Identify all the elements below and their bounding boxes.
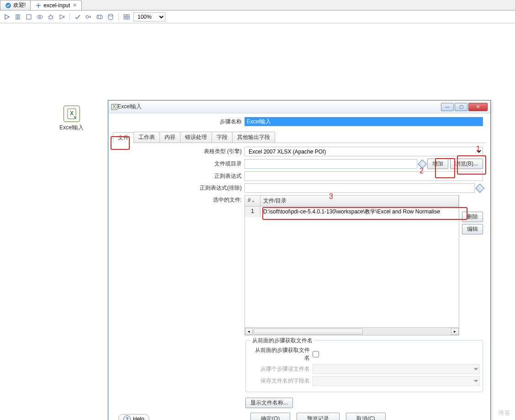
tab-sheets[interactable]: 工作表 <box>133 132 160 143</box>
toolbar-separator <box>118 13 119 21</box>
sheet-type-select[interactable]: Excel 2007 XLSX (Apache POI) <box>244 147 483 156</box>
scroll-right-icon[interactable]: ▸ <box>451 328 459 335</box>
preview-icon[interactable] <box>36 13 44 21</box>
add-button[interactable]: 增加 <box>427 159 448 169</box>
edit-button[interactable]: 编辑 <box>462 224 483 234</box>
watermark: 博客 <box>498 409 510 417</box>
preview-button[interactable]: 预览记录 <box>297 413 340 420</box>
explore-db-icon[interactable] <box>106 13 115 21</box>
file-or-dir-input[interactable] <box>244 159 417 169</box>
accept-filenames-checkbox[interactable] <box>313 351 319 357</box>
svg-rect-12 <box>127 15 129 16</box>
accept-from-previous-fieldset: 从前面的步骤获取文件名 从前面的步骤获取文件名 从哪个步骤读文件名 <box>245 340 483 392</box>
svg-point-6 <box>39 16 41 18</box>
canvas: X Excel输入 X Excel输入 — ▢ ✕ 步骤名称 文件 工作表 内容… <box>0 23 515 420</box>
toolbar: 100% <box>0 11 515 23</box>
ok-button[interactable]: 确定(O) <box>250 413 290 420</box>
regex-label: 正则表达式 <box>113 172 242 180</box>
step-name-input[interactable] <box>244 117 483 126</box>
tab-welcome-label: 欢迎! <box>13 1 26 9</box>
dialog-tabs: 文件 工作表 内容 错误处理 字段 其他输出字段 <box>113 132 486 143</box>
accept-filenames-label: 从前面的步骤获取文件名 <box>250 346 310 362</box>
excel-file-icon: X <box>67 108 77 119</box>
row-path: D:\soft\tool\pdi-ce-5.4.0.1-130\workspac… <box>260 207 459 217</box>
filename-field-label: 保存文件名的字段名 <box>250 377 310 385</box>
step-name-label: 步骤名称 <box>113 118 242 126</box>
col-num[interactable]: #▴ <box>245 196 260 206</box>
from-step-label: 从哪个步骤读文件名 <box>250 365 310 373</box>
svg-rect-3 <box>18 15 20 19</box>
svg-rect-11 <box>124 15 126 16</box>
step-label: Excel输入 <box>59 124 84 132</box>
editor-tabs: 欢迎! excel-input ✕ <box>0 0 515 11</box>
svg-rect-13 <box>124 17 126 19</box>
row-num: 1 <box>245 207 260 217</box>
regex-input[interactable] <box>244 171 483 181</box>
filename-field-select <box>313 376 480 386</box>
col-file-dir[interactable]: 文件/目录 <box>260 196 459 206</box>
variable-icon[interactable] <box>475 184 484 193</box>
excel-input-dialog: X Excel输入 — ▢ ✕ 步骤名称 文件 工作表 内容 错误处理 字段 其… <box>108 100 491 420</box>
browse-button[interactable]: 浏览(B)... <box>450 159 483 169</box>
impact-icon[interactable] <box>85 13 93 21</box>
sheet-type-label: 表格类型 (引擎) <box>113 148 242 155</box>
tab-close-icon[interactable]: ✕ <box>73 2 77 8</box>
svg-text:X: X <box>70 110 74 117</box>
pause-icon[interactable] <box>14 13 22 21</box>
scroll-thumb[interactable] <box>254 329 363 335</box>
scroll-left-icon[interactable]: ◂ <box>245 328 253 335</box>
tab-error[interactable]: 错误处理 <box>180 132 212 143</box>
from-step-select <box>313 364 480 374</box>
tab-content[interactable]: 内容 <box>159 132 181 143</box>
svg-point-7 <box>49 16 53 19</box>
tab-file[interactable]: 文件 <box>113 132 134 143</box>
zoom-select[interactable]: 100% <box>133 12 165 21</box>
maximize-button[interactable]: ▢ <box>455 103 467 111</box>
svg-rect-9 <box>97 15 102 19</box>
dialog-title: Excel输入 <box>117 103 441 111</box>
stop-icon[interactable] <box>25 13 33 21</box>
toolbar-separator <box>69 13 70 21</box>
variable-icon[interactable] <box>418 159 427 169</box>
tab-active-label: excel-input <box>43 2 70 9</box>
dialog-titlebar[interactable]: X Excel输入 — ▢ ✕ <box>108 101 490 113</box>
tab-excel-input[interactable]: excel-input ✕ <box>30 0 82 10</box>
regex-excl-input[interactable] <box>244 183 475 193</box>
welcome-icon <box>5 2 11 9</box>
debug-icon[interactable] <box>47 13 55 21</box>
minimize-button[interactable]: — <box>441 103 454 111</box>
tab-other-output[interactable]: 其他输出字段 <box>232 132 275 143</box>
svg-rect-14 <box>127 17 129 19</box>
run-icon[interactable] <box>3 13 11 21</box>
help-button[interactable]: ? Help <box>118 414 149 420</box>
tab-fields[interactable]: 字段 <box>212 132 233 143</box>
svg-text:X: X <box>112 104 116 110</box>
verify-icon[interactable] <box>74 13 82 21</box>
svg-rect-4 <box>27 15 31 19</box>
horizontal-scrollbar[interactable]: ◂ ▸ <box>245 327 459 335</box>
replay-icon[interactable] <box>58 13 66 21</box>
svg-point-10 <box>108 14 113 16</box>
cancel-button[interactable]: 取消(C) <box>346 413 386 420</box>
close-button[interactable]: ✕ <box>468 103 488 111</box>
file-or-dir-label: 文件或目录 <box>113 160 242 168</box>
help-icon: ? <box>123 415 131 420</box>
svg-point-8 <box>86 16 89 18</box>
selected-files-label: 选中的文件: <box>113 195 242 335</box>
tab-welcome[interactable]: 欢迎! <box>0 0 31 10</box>
selected-files-table: #▴ 文件/目录 1 D:\soft\tool\pdi-ce-5.4.0.1-1… <box>244 195 459 335</box>
svg-point-5 <box>37 15 42 19</box>
delete-button[interactable]: 删除 <box>462 212 483 222</box>
regex-excl-label: 正则表达式(排除) <box>113 184 242 192</box>
sql-icon[interactable] <box>96 13 104 21</box>
layout-icon[interactable] <box>122 13 131 21</box>
step-excel-input[interactable]: X Excel输入 <box>59 106 84 132</box>
svg-point-1 <box>38 5 39 6</box>
show-filenames-button[interactable]: 显示文件名称... <box>245 398 293 408</box>
fieldset-legend: 从前面的步骤获取文件名 <box>250 337 314 345</box>
transform-icon <box>35 2 42 9</box>
dialog-icon: X <box>111 104 117 110</box>
svg-rect-2 <box>16 15 17 19</box>
table-row[interactable]: 1 D:\soft\tool\pdi-ce-5.4.0.1-130\worksp… <box>245 207 459 217</box>
